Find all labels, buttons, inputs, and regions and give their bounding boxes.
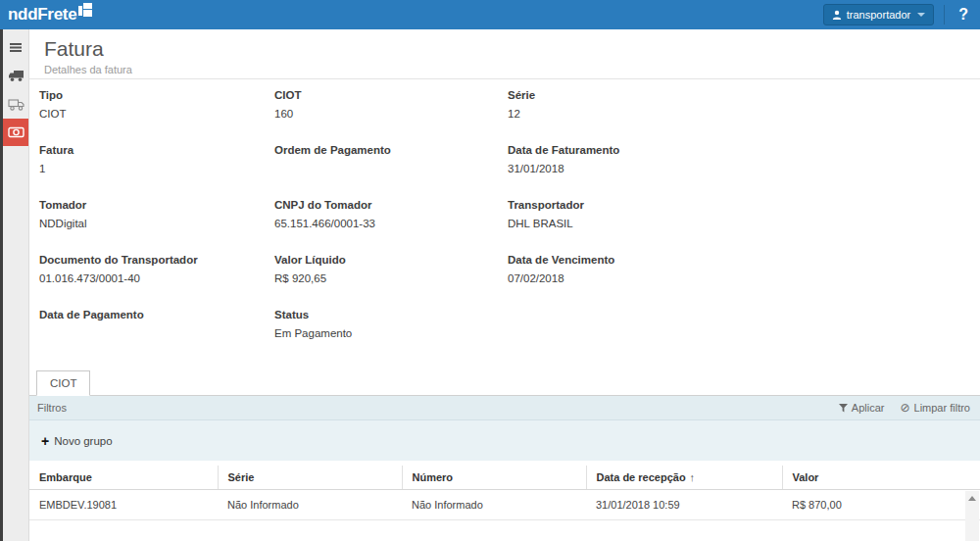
column-header-serie[interactable]: Série	[218, 466, 402, 490]
apply-filter-button[interactable]: Aplicar	[839, 402, 885, 414]
grid-scrollbar[interactable]	[965, 491, 979, 541]
field-value: 1	[39, 163, 274, 175]
field-label: Data de Pagamento	[39, 309, 274, 320]
field-data-vencimento: Data de Vencimento 07/02/2018	[508, 254, 980, 285]
tab-ciot[interactable]: CIOT	[36, 370, 90, 396]
app-body: Fatura Detalhes da fatura Tipo CIOT CIOT…	[0, 29, 980, 541]
field-label: Ordem de Pagamento	[274, 144, 508, 156]
invoice-details: Tipo CIOT CIOT 160 Série 12 Fatura 1 Ord…	[29, 79, 980, 369]
sort-asc-icon: ↑	[690, 471, 696, 483]
grid-header-row: Embarque Série Número Data de recepção↑ …	[29, 466, 980, 490]
app-header: nddFrete transportador ?	[0, 0, 980, 29]
filters-title: Filtros	[37, 402, 67, 414]
field-label: Tomador	[39, 199, 274, 211]
main-content: Fatura Detalhes da fatura Tipo CIOT CIOT…	[29, 29, 980, 541]
truck-outline-icon	[8, 98, 24, 111]
field-transportador: Transportador DHL BRASIL	[508, 199, 980, 230]
chevron-down-icon	[917, 13, 925, 17]
scroll-up-icon	[968, 496, 976, 501]
field-serie: Série 12	[508, 89, 980, 121]
field-label: Valor Líquido	[274, 254, 508, 266]
brand-name: nddFrete	[8, 1, 76, 28]
field-tipo: Tipo CIOT	[39, 89, 274, 121]
user-menu-button[interactable]: transportador	[823, 4, 934, 25]
field-label: Data de Vencimento	[508, 254, 980, 266]
sidebar-item-freight[interactable]	[3, 90, 28, 118]
table-row[interactable]: EMBDEV.19081 Não Informado Não Informado…	[29, 490, 980, 520]
new-group-band: + Novo grupo	[29, 420, 980, 461]
field-value: NDDigital	[39, 218, 274, 230]
new-group-label: Novo grupo	[54, 435, 112, 447]
circle-slash-icon: ⊘	[900, 402, 909, 414]
clear-filter-label: Limpar filtro	[914, 402, 970, 414]
page-head: Fatura Detalhes da fatura	[29, 29, 980, 79]
field-label: CIOT	[274, 89, 508, 101]
field-data-pagamento: Data de Pagamento	[39, 309, 274, 340]
cell-serie: Não Informado	[218, 490, 402, 520]
field-value: 31/01/2018	[508, 163, 980, 175]
sidebar-item-menu[interactable]	[3, 33, 28, 61]
field-label: Série	[508, 89, 980, 101]
field-cnpj-tomador: CNPJ do Tomador 65.151.466/0001-33	[274, 199, 508, 230]
tabstrip: CIOT	[29, 369, 980, 396]
cell-numero: Não Informado	[402, 490, 586, 520]
apply-filter-label: Aplicar	[852, 402, 885, 414]
sidebar-item-invoices[interactable]	[3, 119, 28, 146]
new-group-button[interactable]: + Novo grupo	[41, 434, 113, 448]
field-value: DHL BRASIL	[508, 218, 980, 230]
user-menu-label: transportador	[847, 9, 910, 21]
money-icon	[8, 126, 24, 138]
brand-squares-icon	[78, 3, 93, 18]
field-empty	[508, 309, 980, 340]
menu-icon	[9, 42, 23, 53]
field-label: Data de Faturamento	[508, 144, 980, 156]
person-icon	[832, 10, 842, 20]
field-data-faturamento: Data de Faturamento 31/01/2018	[508, 144, 980, 175]
field-doc-transportador: Documento do Transportador 01.016.473/00…	[39, 254, 274, 285]
field-ciot: CIOT 160	[274, 89, 508, 121]
funnel-icon	[839, 404, 848, 413]
field-label: Transportador	[508, 199, 980, 211]
field-value: 07/02/2018	[508, 272, 980, 285]
column-header-data-recepcao[interactable]: Data de recepção↑	[586, 466, 782, 490]
field-status: Status Em Pagamento	[274, 309, 508, 340]
truck-icon	[8, 70, 24, 82]
column-header-numero[interactable]: Número	[402, 466, 586, 490]
column-header-embarque[interactable]: Embarque	[29, 466, 218, 490]
sidebar	[3, 29, 29, 541]
plus-icon: +	[41, 434, 49, 448]
page-subtitle: Detalhes da fatura	[44, 64, 980, 75]
field-label: Status	[274, 309, 508, 320]
header-divider	[944, 5, 945, 25]
field-tomador: Tomador NDDigital	[39, 199, 274, 230]
field-value	[274, 163, 508, 175]
results-grid: Embarque Série Número Data de recepção↑ …	[29, 466, 980, 541]
cell-valor: R$ 870,00	[782, 490, 980, 520]
field-value: 65.151.466/0001-33	[274, 218, 508, 230]
field-value: 12	[508, 108, 980, 121]
brand-logo: nddFrete	[8, 1, 93, 28]
cell-data-recepcao: 31/01/2018 10:59	[586, 490, 782, 520]
field-value: R$ 920,65	[274, 272, 508, 285]
header-right: transportador ?	[823, 4, 980, 25]
filter-actions: Aplicar ⊘ Limpar filtro	[839, 402, 970, 414]
field-valor-liquido: Valor Líquido R$ 920,65	[274, 254, 508, 285]
field-label: CNPJ do Tomador	[274, 199, 508, 211]
field-label: Tipo	[39, 89, 274, 101]
page-title: Fatura	[44, 37, 980, 61]
field-fatura: Fatura 1	[39, 144, 274, 175]
field-value: Em Pagamento	[274, 327, 508, 340]
field-value: 160	[274, 108, 508, 121]
field-value: CIOT	[39, 108, 274, 121]
help-button[interactable]: ?	[953, 6, 974, 24]
field-value	[39, 327, 274, 340]
clear-filter-button[interactable]: ⊘ Limpar filtro	[900, 402, 970, 414]
cell-embarque: EMBDEV.19081	[29, 490, 218, 520]
column-header-valor[interactable]: Valor	[782, 466, 980, 490]
filter-bar: Filtros Aplicar ⊘ Limpar filtro	[29, 396, 980, 420]
field-ordem-pagamento: Ordem de Pagamento	[274, 144, 508, 175]
field-value: 01.016.473/0001-40	[39, 272, 274, 285]
field-label: Documento do Transportador	[39, 254, 274, 266]
sidebar-item-shipments[interactable]	[3, 62, 28, 89]
field-label: Fatura	[39, 144, 274, 156]
